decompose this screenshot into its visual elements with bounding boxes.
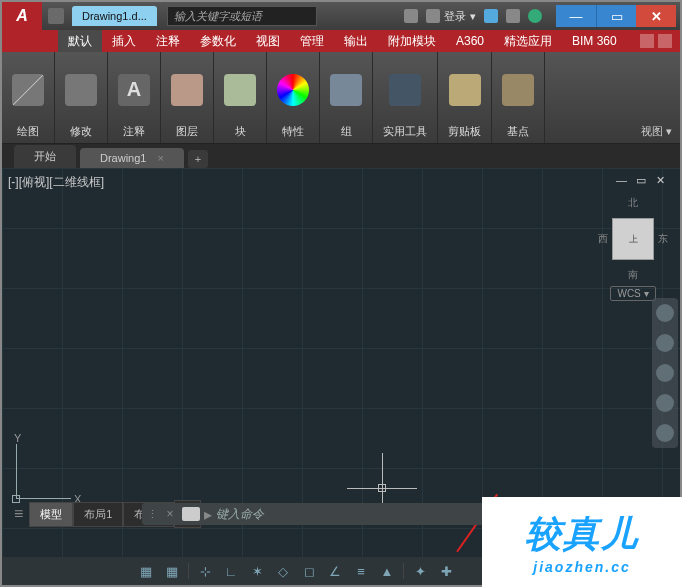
qat-btn[interactable] [48,8,64,24]
maximize-button[interactable]: ▭ [596,5,636,27]
vp-maximize-icon[interactable]: ▭ [636,174,650,186]
polar-toggle[interactable]: ✶ [247,561,267,581]
panel-props: 特性 [267,52,320,143]
osnap-toggle[interactable]: ◻ [299,561,319,581]
ribbon-focus-icon[interactable] [640,34,654,48]
tab-menu-icon[interactable]: ≡ [8,501,29,527]
doc-tab-drawing1[interactable]: Drawing1 × [80,148,184,168]
lineweight-toggle[interactable]: ≡ [351,561,371,581]
ortho-toggle[interactable]: ∟ [221,561,241,581]
file-tab[interactable]: Drawing1.d... [72,6,157,26]
panel-group: 组 [320,52,373,143]
isodraft-toggle[interactable]: ◇ [273,561,293,581]
steering-wheel-icon[interactable] [656,304,674,322]
search-box[interactable]: 输入关键字或短语 [167,6,317,26]
tab-manage[interactable]: 管理 [290,30,334,53]
base-button[interactable] [502,74,534,106]
doc-tab-add[interactable]: + [188,150,208,168]
viewcube-north[interactable]: 北 [598,196,668,210]
annot-button[interactable]: A [118,74,150,106]
exchange-icon[interactable] [484,9,498,23]
doc-tab-start[interactable]: 开始 [14,145,76,168]
viewcube[interactable]: 北 西 上 东 南 WCS ▾ [598,196,668,301]
draw-button[interactable] [12,74,44,106]
cmd-close-icon[interactable]: × [162,507,178,521]
tab-annotate[interactable]: 注释 [146,30,190,53]
orbit-icon[interactable] [656,394,674,412]
layers-icon [171,74,203,106]
quick-access-toolbar [48,8,64,24]
tab-a360[interactable]: A360 [446,31,494,51]
panel-label: 特性 [282,121,304,143]
cmd-grip-icon[interactable]: ⋮ [142,508,162,521]
text-icon: A [118,74,150,106]
group-icon [330,74,362,106]
viewcube-west[interactable]: 西 [598,232,608,246]
minimize-button[interactable]: — [556,5,596,27]
panel-label: 组 [341,121,352,143]
ribbon: 绘图 修改 A 注释 图层 块 特性 组 实用工具 [2,52,680,144]
watermark: 较真儿 jiaozhen.cc [482,497,682,587]
line-icon [12,74,44,106]
workspace-button[interactable]: ✦ [410,561,430,581]
doc-tab-label: Drawing1 [100,152,146,164]
clipboard-button[interactable] [449,74,481,106]
viewcube-south[interactable]: 南 [598,268,668,282]
tab-output[interactable]: 输出 [334,30,378,53]
model-tab[interactable]: 模型 [29,502,73,527]
otrack-toggle[interactable]: ∠ [325,561,345,581]
snap-toggle[interactable]: ⊹ [195,561,215,581]
group-button[interactable] [330,74,362,106]
panel-label: 图层 [176,121,198,143]
tab-parametric[interactable]: 参数化 [190,30,246,53]
zoom-icon[interactable] [656,364,674,382]
panel-draw: 绘图 [2,52,55,143]
tab-bim360[interactable]: BIM 360 [562,31,627,51]
app-logo[interactable]: A [2,2,42,30]
tab-default[interactable]: 默认 [58,30,102,53]
tab-insert[interactable]: 插入 [102,30,146,53]
login-label: 登录 [444,9,466,24]
panel-layer: 图层 [161,52,214,143]
tab-featured[interactable]: 精选应用 [494,30,562,53]
document-tabs: 开始 Drawing1 × + [2,144,680,168]
viewport-controls[interactable]: [-][俯视][二维线框] [8,174,104,191]
view-dropdown[interactable]: 视图 ▾ [633,122,680,143]
layer-button[interactable] [171,74,203,106]
annoscale-toggle[interactable]: ▲ [377,561,397,581]
group-icon[interactable] [404,9,418,23]
vp-minimize-icon[interactable]: — [616,174,630,186]
tab-view[interactable]: 视图 [246,30,290,53]
pan-icon[interactable] [656,334,674,352]
cloud-icon[interactable] [506,9,520,23]
panel-base: 基点 [492,52,545,143]
tab-close-icon[interactable]: × [158,152,164,164]
calculator-icon [389,74,421,106]
props-button[interactable] [277,74,309,106]
ribbon-tabs: 默认 插入 注释 参数化 视图 管理 输出 附加模块 A360 精选应用 BIM… [2,30,680,52]
utils-button[interactable] [389,74,421,106]
move-icon [65,74,97,106]
close-button[interactable]: ✕ [636,5,676,27]
help-icon[interactable] [528,9,542,23]
layout1-tab[interactable]: 布局1 [73,502,123,527]
clipboard-icon [449,74,481,106]
modify-button[interactable] [65,74,97,106]
viewcube-east[interactable]: 东 [658,232,668,246]
login-button[interactable]: 登录 ▾ [426,9,476,24]
block-button[interactable] [224,74,256,106]
model-space-button[interactable]: ▦ [136,561,156,581]
panel-label: 基点 [507,121,529,143]
panel-modify: 修改 [55,52,108,143]
wcs-dropdown[interactable]: WCS ▾ [610,286,655,301]
panel-label: 实用工具 [383,121,427,143]
tab-addins[interactable]: 附加模块 [378,30,446,53]
panel-label: 剪贴板 [448,121,481,143]
vp-close-icon[interactable]: ✕ [656,174,670,186]
grid-toggle[interactable]: ▦ [162,561,182,581]
annomon-button[interactable]: ✚ [436,561,456,581]
ribbon-min-icon[interactable] [658,34,672,48]
viewcube-face[interactable]: 上 [612,218,654,260]
showmotion-icon[interactable] [656,424,674,442]
panel-utils: 实用工具 [373,52,438,143]
